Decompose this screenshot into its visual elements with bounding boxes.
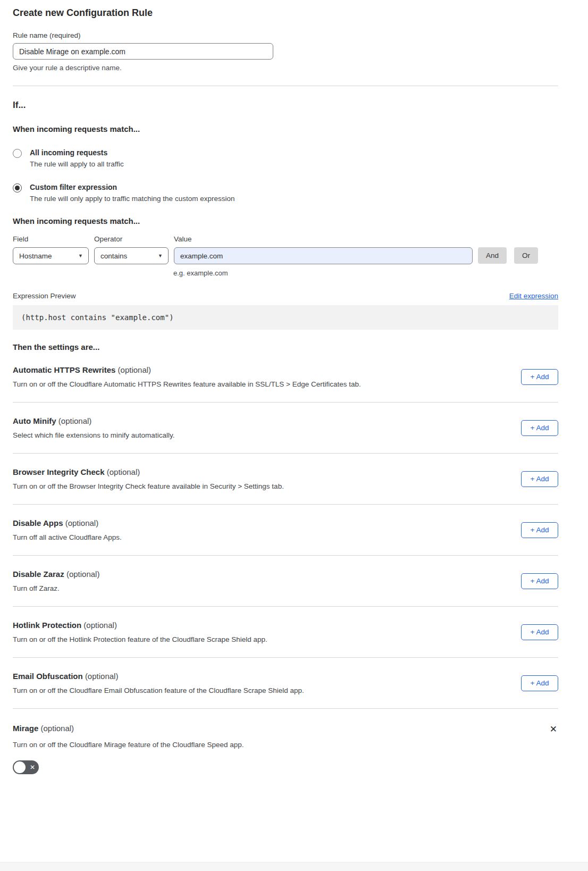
radio-label: Custom filter expression bbox=[30, 183, 234, 191]
operator-select[interactable]: contains ▼ bbox=[94, 247, 169, 264]
setting-optional-suffix: (optional) bbox=[85, 672, 119, 681]
add-button[interactable]: + Add bbox=[521, 624, 558, 640]
setting-optional-suffix: (optional) bbox=[41, 724, 74, 733]
setting-title: Email Obfuscation (optional) bbox=[13, 672, 304, 681]
setting-name: Mirage bbox=[13, 724, 38, 733]
radio-description: The rule will only apply to traffic matc… bbox=[30, 195, 234, 203]
setting-info: Disable Zaraz (optional) Turn off Zaraz. bbox=[13, 570, 99, 592]
page-title: Create new Configuration Rule bbox=[13, 7, 558, 19]
add-button[interactable]: + Add bbox=[521, 675, 558, 691]
when-match-heading: When incoming requests match... bbox=[13, 124, 558, 133]
setting-description: Turn on or off the Hotlink Protection fe… bbox=[13, 635, 267, 643]
setting-name: Disable Zaraz bbox=[13, 570, 64, 579]
mirage-toggle[interactable]: ✕ bbox=[13, 760, 39, 774]
setting-title: Mirage (optional) bbox=[13, 724, 74, 733]
add-button[interactable]: + Add bbox=[521, 522, 558, 538]
create-configuration-rule-form: Create new Configuration Rule Rule name … bbox=[0, 0, 588, 797]
radio-icon[interactable] bbox=[13, 149, 22, 158]
toggle-knob bbox=[14, 761, 26, 773]
if-heading: If... bbox=[13, 100, 558, 111]
close-icon[interactable]: ✕ bbox=[549, 724, 558, 735]
setting-info: Hotlink Protection (optional) Turn on or… bbox=[13, 621, 267, 643]
setting-name: Email Obfuscation bbox=[13, 672, 83, 681]
setting-description: Select which file extensions to minify a… bbox=[13, 431, 174, 439]
section-divider bbox=[13, 402, 558, 403]
rule-name-input[interactable] bbox=[13, 43, 273, 60]
value-column: Value bbox=[174, 235, 473, 264]
setting-info: Browser Integrity Check (optional) Turn … bbox=[13, 467, 284, 490]
radio-label: All incoming requests bbox=[30, 148, 124, 157]
setting-title: Hotlink Protection (optional) bbox=[13, 621, 267, 630]
section-divider bbox=[13, 657, 558, 658]
value-input[interactable] bbox=[174, 247, 473, 264]
setting-optional-suffix: (optional) bbox=[58, 416, 92, 425]
setting-description: Turn off all active Cloudflare Apps. bbox=[13, 533, 122, 541]
add-button[interactable]: + Add bbox=[521, 573, 558, 589]
or-button[interactable]: Or bbox=[514, 247, 538, 264]
setting-row: Disable Zaraz (optional) Turn off Zaraz.… bbox=[13, 570, 558, 592]
chevron-down-icon: ▼ bbox=[158, 253, 163, 258]
setting-name: Browser Integrity Check bbox=[13, 467, 105, 476]
setting-name: Hotlink Protection bbox=[13, 621, 81, 630]
settings-list: Automatic HTTPS Rewrites (optional) Turn… bbox=[13, 365, 558, 709]
setting-name: Auto Minify bbox=[13, 416, 56, 425]
footer-strip bbox=[0, 862, 588, 871]
setting-row: Automatic HTTPS Rewrites (optional) Turn… bbox=[13, 365, 558, 388]
add-button[interactable]: + Add bbox=[521, 369, 558, 385]
edit-expression-link[interactable]: Edit expression bbox=[509, 292, 558, 300]
rule-name-label: Rule name (required) bbox=[13, 31, 558, 39]
radio-icon-selected[interactable] bbox=[13, 183, 22, 192]
setting-row: Hotlink Protection (optional) Turn on or… bbox=[13, 621, 558, 643]
setting-block: Email Obfuscation (optional) Turn on or … bbox=[13, 672, 558, 709]
mirage-setting-block: Mirage (optional) ✕ Turn on or off the C… bbox=[13, 724, 558, 776]
add-button[interactable]: + Add bbox=[521, 420, 558, 436]
toggle-off-x-icon: ✕ bbox=[30, 764, 35, 770]
radio-option-custom-filter-expression[interactable]: Custom filter expression The rule will o… bbox=[13, 183, 558, 203]
expression-builder-heading: When incoming requests match... bbox=[13, 216, 558, 225]
operator-label: Operator bbox=[94, 235, 169, 243]
setting-row: Browser Integrity Check (optional) Turn … bbox=[13, 467, 558, 490]
setting-info: Automatic HTTPS Rewrites (optional) Turn… bbox=[13, 365, 361, 388]
section-divider bbox=[13, 86, 558, 86]
setting-block: Browser Integrity Check (optional) Turn … bbox=[13, 467, 558, 505]
setting-block: Automatic HTTPS Rewrites (optional) Turn… bbox=[13, 365, 558, 403]
setting-description: Turn off Zaraz. bbox=[13, 584, 99, 592]
setting-row: Email Obfuscation (optional) Turn on or … bbox=[13, 672, 558, 694]
field-select-value: Hostname bbox=[19, 252, 52, 260]
setting-block: Hotlink Protection (optional) Turn on or… bbox=[13, 621, 558, 658]
field-column: Field Hostname ▼ bbox=[13, 235, 89, 264]
setting-description: Turn on or off the Cloudflare Mirage fea… bbox=[13, 741, 558, 749]
setting-block: Disable Zaraz (optional) Turn off Zaraz.… bbox=[13, 570, 558, 607]
setting-optional-suffix: (optional) bbox=[107, 467, 140, 476]
section-divider bbox=[13, 453, 558, 454]
expression-preview-row: Expression Preview Edit expression bbox=[13, 292, 558, 300]
and-button[interactable]: And bbox=[478, 247, 507, 264]
operator-select-value: contains bbox=[100, 252, 127, 260]
field-select[interactable]: Hostname ▼ bbox=[13, 247, 89, 264]
setting-block: Auto Minify (optional) Select which file… bbox=[13, 416, 558, 454]
setting-description: Turn on or off the Browser Integrity Che… bbox=[13, 482, 284, 490]
rule-name-helper: Give your rule a descriptive name. bbox=[13, 64, 558, 72]
setting-description: Turn on or off the Cloudflare Email Obfu… bbox=[13, 686, 304, 694]
field-label: Field bbox=[13, 235, 89, 243]
setting-row: Auto Minify (optional) Select which file… bbox=[13, 416, 558, 439]
expression-builder-row: Field Hostname ▼ Operator contains ▼ Val… bbox=[13, 235, 558, 264]
setting-block: Disable Apps (optional) Turn off all act… bbox=[13, 518, 558, 556]
setting-optional-suffix: (optional) bbox=[118, 365, 152, 374]
setting-title: Browser Integrity Check (optional) bbox=[13, 467, 284, 476]
add-button[interactable]: + Add bbox=[521, 471, 558, 487]
mirage-header-row: Mirage (optional) ✕ bbox=[13, 724, 558, 735]
setting-title: Automatic HTTPS Rewrites (optional) bbox=[13, 365, 361, 374]
expression-preview-code: (http.host contains "example.com") bbox=[13, 305, 558, 330]
value-label: Value bbox=[174, 235, 473, 243]
setting-name: Automatic HTTPS Rewrites bbox=[13, 365, 115, 374]
setting-optional-suffix: (optional) bbox=[65, 518, 99, 527]
setting-optional-suffix: (optional) bbox=[66, 570, 100, 579]
radio-option-all-incoming-requests[interactable]: All incoming requests The rule will appl… bbox=[13, 148, 558, 168]
section-divider bbox=[13, 606, 558, 607]
expression-preview-label: Expression Preview bbox=[13, 292, 76, 300]
setting-optional-suffix: (optional) bbox=[83, 621, 117, 630]
operator-column: Operator contains ▼ bbox=[94, 235, 169, 264]
setting-description: Turn on or off the Cloudflare Automatic … bbox=[13, 380, 361, 388]
setting-title: Disable Apps (optional) bbox=[13, 518, 122, 527]
